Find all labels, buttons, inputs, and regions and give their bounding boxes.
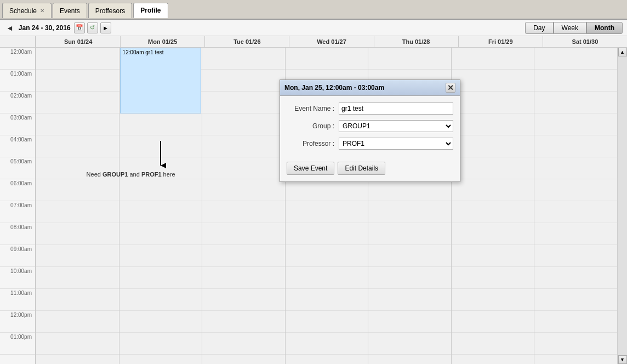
day-cell[interactable]	[36, 135, 119, 157]
day-cell[interactable]	[202, 245, 285, 267]
edit-details-button[interactable]: Edit Details	[338, 162, 385, 175]
day-cell[interactable]	[286, 179, 368, 201]
day-cell[interactable]	[202, 113, 285, 135]
tab-profile[interactable]: Profile	[133, 3, 168, 18]
day-cell[interactable]	[534, 92, 617, 113]
scrollbar[interactable]: ▲ ▼	[617, 48, 627, 364]
professor-select[interactable]: PROF1 PROF2	[339, 138, 453, 150]
day-cell[interactable]	[36, 92, 119, 113]
refresh-icon-button[interactable]: ↺	[87, 22, 98, 33]
day-cell[interactable]	[202, 289, 285, 311]
day-cell[interactable]	[534, 157, 617, 179]
day-column[interactable]	[202, 48, 285, 364]
day-cell[interactable]	[368, 223, 451, 245]
forward-icon-button[interactable]: ►	[100, 22, 111, 33]
month-view-button[interactable]: Month	[586, 22, 623, 34]
prev-button[interactable]: ◄	[4, 24, 15, 32]
day-cell[interactable]	[36, 267, 119, 289]
day-cell[interactable]	[286, 333, 368, 355]
day-cell[interactable]	[36, 311, 119, 333]
day-cell[interactable]	[36, 333, 119, 355]
day-cell[interactable]	[202, 135, 285, 157]
day-cell[interactable]	[534, 135, 617, 157]
save-event-button[interactable]: Save Event	[287, 162, 334, 175]
week-view-button[interactable]: Week	[554, 22, 586, 34]
day-cell[interactable]	[368, 267, 451, 289]
day-cell[interactable]	[368, 333, 451, 355]
day-cell[interactable]	[534, 48, 617, 70]
day-view-button[interactable]: Day	[525, 22, 553, 34]
tab-schedule[interactable]: Schedule ✕	[2, 3, 52, 18]
day-cell[interactable]	[286, 289, 368, 311]
day-cell[interactable]	[36, 70, 119, 92]
day-cell[interactable]	[286, 48, 368, 70]
tab-schedule-close[interactable]: ✕	[40, 8, 44, 14]
day-cell[interactable]	[36, 223, 119, 245]
day-cell[interactable]	[202, 223, 285, 245]
day-cell[interactable]	[119, 113, 202, 135]
day-cell[interactable]	[202, 48, 285, 70]
day-cell[interactable]	[452, 223, 534, 245]
day-cell[interactable]	[202, 333, 285, 355]
day-cell[interactable]	[452, 70, 534, 92]
day-cell[interactable]	[452, 48, 534, 70]
day-cell[interactable]	[202, 92, 285, 113]
tab-professors[interactable]: Proffesors	[88, 3, 132, 18]
day-cell[interactable]	[534, 267, 617, 289]
day-cell[interactable]	[202, 311, 285, 333]
day-cell[interactable]	[119, 223, 202, 245]
day-cell[interactable]	[368, 48, 451, 70]
day-cell[interactable]	[119, 179, 202, 201]
day-cell[interactable]	[534, 70, 617, 92]
day-cell[interactable]	[368, 245, 451, 267]
event-name-input[interactable]	[339, 103, 453, 115]
day-cell[interactable]	[119, 245, 202, 267]
day-cell[interactable]	[368, 311, 451, 333]
day-column[interactable]	[451, 48, 534, 364]
day-cell[interactable]	[452, 267, 534, 289]
day-cell[interactable]	[286, 223, 368, 245]
day-cell[interactable]	[534, 311, 617, 333]
day-cell[interactable]	[452, 311, 534, 333]
day-cell[interactable]	[119, 267, 202, 289]
day-cell[interactable]	[368, 179, 451, 201]
day-cell[interactable]	[368, 289, 451, 311]
day-cell[interactable]	[202, 201, 285, 223]
day-cell[interactable]	[286, 245, 368, 267]
day-cell[interactable]	[36, 289, 119, 311]
event-block[interactable]: 12:00am gr1 test	[120, 48, 202, 113]
day-cell[interactable]	[452, 92, 534, 113]
day-cell[interactable]	[452, 289, 534, 311]
day-cell[interactable]	[534, 245, 617, 267]
day-cell[interactable]	[286, 201, 368, 223]
day-cell[interactable]	[36, 245, 119, 267]
day-cell[interactable]	[452, 333, 534, 355]
day-cell[interactable]	[534, 289, 617, 311]
day-cell[interactable]	[534, 113, 617, 135]
day-cell[interactable]	[119, 311, 202, 333]
day-cell[interactable]	[119, 289, 202, 311]
scroll-track[interactable]	[618, 56, 627, 355]
day-cell[interactable]	[534, 223, 617, 245]
calendar-icon-button[interactable]: 📅	[74, 22, 85, 33]
day-cell[interactable]	[119, 333, 202, 355]
day-cell[interactable]	[534, 179, 617, 201]
day-cell[interactable]	[534, 333, 617, 355]
day-cell[interactable]	[368, 201, 451, 223]
day-column[interactable]: 12:00am gr1 testNeed GROUP1 and PROF1 he…	[119, 48, 202, 364]
scroll-up-button[interactable]: ▲	[618, 48, 627, 56]
day-cell[interactable]	[452, 179, 534, 201]
day-column[interactable]	[534, 48, 617, 364]
day-cell[interactable]	[452, 135, 534, 157]
day-cell[interactable]	[452, 201, 534, 223]
day-cell[interactable]	[36, 113, 119, 135]
day-cell[interactable]	[534, 201, 617, 223]
day-cell[interactable]	[36, 201, 119, 223]
day-column[interactable]	[36, 48, 119, 364]
day-cell[interactable]	[119, 201, 202, 223]
day-cell[interactable]	[452, 157, 534, 179]
day-cell[interactable]	[452, 113, 534, 135]
tab-events[interactable]: Events	[53, 3, 87, 18]
day-cell[interactable]	[36, 179, 119, 201]
group-select[interactable]: GROUP1 GROUP2	[339, 120, 453, 132]
